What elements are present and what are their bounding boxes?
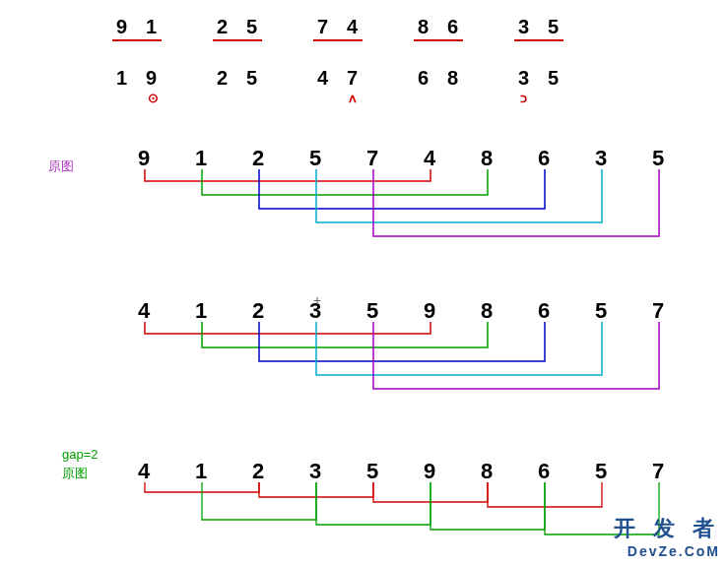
row1-num: 2: [217, 16, 228, 38]
row1-num: 5: [548, 16, 559, 38]
row4-num: 2: [252, 298, 264, 324]
row4-num: 4: [138, 298, 150, 324]
row2-num: 6: [418, 67, 429, 90]
row4-num: 9: [424, 298, 435, 324]
row4-num: 8: [481, 298, 493, 324]
row5-num: 6: [538, 459, 550, 484]
row4-num: 6: [538, 298, 550, 324]
row2-num: 9: [146, 67, 157, 90]
row5-num: 8: [481, 459, 493, 484]
row5-num: 3: [309, 459, 321, 484]
row5-num: 7: [652, 459, 664, 484]
row1-num: 4: [347, 16, 358, 38]
row5-num: 4: [138, 459, 150, 484]
row4-num: 1: [195, 298, 207, 324]
swap-mark: ᴧ: [349, 91, 357, 105]
row2-num: 7: [347, 67, 358, 90]
row3-num: 5: [652, 146, 664, 171]
row2-num: 2: [217, 67, 228, 90]
pair-underline: [213, 39, 262, 41]
pair-underline: [514, 39, 563, 41]
row5-num: 5: [595, 459, 607, 484]
row5-num: 5: [366, 459, 378, 484]
label-original-1: 原图: [48, 157, 74, 175]
row3-num: 5: [309, 146, 321, 171]
pair-underline: [112, 39, 162, 41]
row4-num: 7: [652, 298, 664, 324]
pair-underline: [313, 39, 363, 41]
swap-mark: ᴐ: [520, 91, 527, 105]
row5-num: 9: [424, 459, 435, 484]
watermark: 开 发 者 DevZe.CoM: [614, 514, 720, 559]
row1-num: 7: [317, 16, 328, 38]
row2-num: 3: [518, 67, 529, 90]
row3-num: 1: [195, 146, 207, 171]
label-gap: gap=2: [62, 447, 99, 462]
row1-num: 6: [447, 16, 458, 38]
swap-mark: ⊙: [148, 91, 159, 105]
label-original-2: 原图: [62, 465, 88, 482]
row4-num: 5: [366, 298, 378, 324]
row3-num: 4: [424, 146, 435, 171]
row3-num: 2: [252, 146, 264, 171]
row1-num: 1: [146, 16, 157, 38]
watermark-line1: 开 发 者: [614, 514, 720, 543]
watermark-line2: DevZe.CoM: [614, 543, 720, 559]
row2-num: 4: [317, 67, 328, 90]
gap5-connectors-2: [0, 322, 728, 440]
row2-num: 1: [116, 67, 127, 90]
pair-underline: [414, 39, 463, 41]
row1-num: 5: [246, 16, 257, 38]
row3-num: 6: [538, 146, 550, 171]
row1-num: 3: [518, 16, 529, 38]
row5-num: 1: [195, 459, 207, 484]
cursor-icon: +: [313, 292, 321, 308]
row1-num: 9: [116, 16, 127, 38]
row3-num: 3: [595, 146, 607, 171]
row3-num: 8: [481, 146, 493, 171]
row4-num: 5: [595, 298, 607, 324]
row3-num: 7: [366, 146, 378, 171]
gap5-connectors-1: [0, 169, 728, 287]
row5-num: 2: [252, 459, 264, 484]
row2-num: 5: [246, 67, 257, 90]
row2-num: 5: [548, 67, 559, 90]
row3-num: 9: [138, 146, 150, 171]
row1-num: 8: [418, 16, 429, 38]
row2-num: 8: [447, 67, 458, 90]
